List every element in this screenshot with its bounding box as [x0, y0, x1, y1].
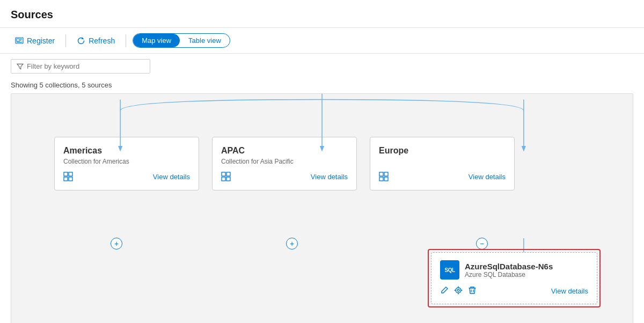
svg-rect-11 — [69, 172, 72, 176]
svg-rect-15 — [226, 172, 230, 176]
americas-card: Americas Collection for Americas View de… — [54, 137, 199, 190]
source-card-selected: SQL AzureSqlDatabase-N6s Azure SQL Datab… — [428, 249, 601, 307]
filter-bar — [0, 54, 644, 79]
edit-icon[interactable] — [440, 286, 449, 296]
apac-title: APAC — [221, 146, 348, 156]
apac-card: APAC Collection for Asia Pacific View de… — [212, 137, 357, 190]
source-type: Azure SQL Database — [465, 271, 553, 278]
filter-icon — [17, 63, 24, 70]
source-view-details[interactable]: View details — [551, 287, 588, 295]
europe-subtitle — [379, 158, 506, 165]
register-icon — [15, 36, 24, 45]
europe-collapse[interactable]: − — [476, 238, 488, 249]
americas-footer: View details — [63, 172, 190, 181]
refresh-icon — [77, 36, 85, 45]
svg-rect-1 — [17, 39, 19, 41]
europe-card: Europe View details — [370, 137, 515, 190]
toolbar-divider — [65, 34, 66, 47]
svg-point-23 — [457, 289, 459, 291]
svg-marker-5 — [17, 64, 23, 69]
filter-input-wrapper — [11, 59, 150, 74]
source-actions — [440, 286, 477, 296]
table-view-button[interactable]: Table view — [180, 34, 230, 47]
source-info: AzureSqlDatabase-N6s Azure SQL Database — [465, 262, 553, 278]
top-cards: Americas Collection for Americas View de… — [22, 137, 622, 190]
apac-footer: View details — [221, 172, 348, 181]
showing-text: Showing 5 collections, 5 sources — [0, 79, 644, 93]
americas-subtitle: Collection for Americas — [63, 158, 190, 165]
map-view-button[interactable]: Map view — [133, 34, 180, 47]
svg-rect-2 — [20, 39, 22, 39]
americas-expand[interactable]: + — [111, 238, 122, 249]
source-card-header: SQL AzureSqlDatabase-N6s Azure SQL Datab… — [440, 260, 588, 280]
source-card-footer: View details — [440, 286, 588, 296]
delete-icon[interactable] — [468, 286, 477, 296]
sql-icon: SQL — [440, 260, 459, 280]
grid-icon — [63, 172, 73, 181]
svg-point-22 — [456, 288, 461, 293]
source-name: AzureSqlDatabase-N6s — [465, 262, 553, 271]
toolbar: Register Refresh Map view Table view — [0, 28, 644, 54]
toolbar-divider-2 — [126, 34, 126, 47]
europe-view-details[interactable]: View details — [469, 173, 506, 181]
svg-rect-20 — [379, 177, 383, 181]
svg-rect-16 — [222, 177, 225, 181]
svg-rect-4 — [17, 42, 22, 42]
view-toggle: Map view Table view — [133, 33, 230, 48]
grid-icon-2 — [221, 172, 231, 181]
europe-footer: View details — [379, 172, 506, 181]
refresh-button[interactable]: Refresh — [72, 34, 119, 47]
source-card: SQL AzureSqlDatabase-N6s Azure SQL Datab… — [431, 252, 597, 304]
americas-title: Americas — [63, 146, 190, 156]
svg-rect-21 — [384, 177, 388, 181]
americas-view-details[interactable]: View details — [153, 173, 190, 181]
page-title: Sources — [11, 9, 53, 20]
svg-rect-10 — [64, 172, 68, 176]
svg-rect-14 — [222, 172, 225, 176]
apac-subtitle: Collection for Asia Pacific — [221, 158, 348, 165]
apac-view-details[interactable]: View details — [311, 173, 348, 181]
register-button[interactable]: Register — [11, 34, 59, 47]
svg-rect-13 — [69, 177, 72, 181]
page-header: Sources Register Refresh Map view Table — [0, 0, 644, 54]
europe-title: Europe — [379, 146, 506, 156]
apac-expand[interactable]: + — [286, 238, 298, 249]
svg-rect-17 — [226, 177, 230, 181]
grid-icon-3 — [379, 172, 389, 181]
canvas: Americas Collection for Americas View de… — [11, 93, 633, 323]
svg-rect-12 — [64, 177, 68, 181]
scan-icon[interactable] — [454, 286, 463, 296]
search-input[interactable] — [27, 62, 144, 70]
svg-rect-19 — [384, 172, 388, 176]
svg-rect-3 — [20, 40, 21, 40]
svg-rect-18 — [379, 172, 383, 176]
